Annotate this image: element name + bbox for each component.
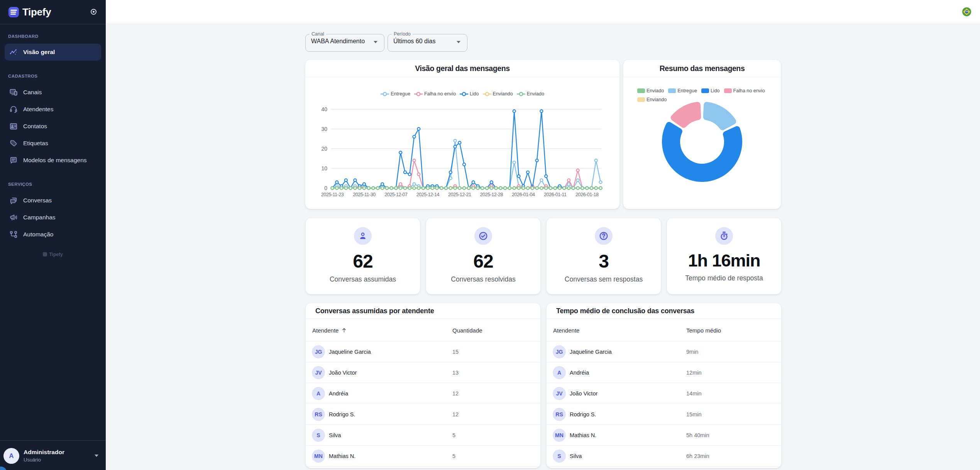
svg-text:2025-12-28: 2025-12-28 [480,192,503,197]
svg-text:2026-01-04: 2026-01-04 [512,192,535,197]
svg-text:40: 40 [321,106,327,112]
svg-text:2025-12-14: 2025-12-14 [416,192,440,197]
svg-text:10: 10 [321,165,327,171]
svg-text:2025-12-21: 2025-12-21 [448,192,471,197]
svg-text:2025-11-23: 2025-11-23 [321,192,344,197]
svg-text:2025-11-30: 2025-11-30 [353,192,376,197]
svg-text:30: 30 [321,126,327,132]
svg-text:2026-01-18: 2026-01-18 [575,192,599,197]
svg-text:20: 20 [321,146,327,152]
svg-text:2025-12-07: 2025-12-07 [384,192,408,197]
svg-text:2026-01-11: 2026-01-11 [544,192,567,197]
svg-text:0: 0 [324,185,327,191]
